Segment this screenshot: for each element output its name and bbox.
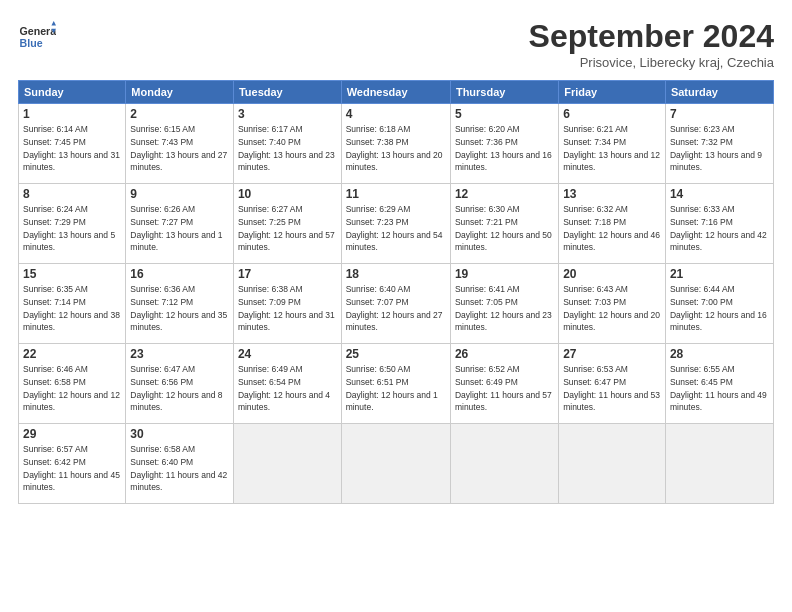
day-number: 18	[346, 267, 446, 281]
table-row: 17Sunrise: 6:38 AMSunset: 7:09 PMDayligh…	[233, 264, 341, 344]
table-row: 6Sunrise: 6:21 AMSunset: 7:34 PMDaylight…	[559, 104, 666, 184]
day-number: 29	[23, 427, 121, 441]
table-row: 25Sunrise: 6:50 AMSunset: 6:51 PMDayligh…	[341, 344, 450, 424]
day-number: 15	[23, 267, 121, 281]
day-number: 1	[23, 107, 121, 121]
day-number: 13	[563, 187, 661, 201]
day-info: Sunrise: 6:57 AMSunset: 6:42 PMDaylight:…	[23, 443, 121, 494]
table-row	[233, 424, 341, 504]
day-info: Sunrise: 6:46 AMSunset: 6:58 PMDaylight:…	[23, 363, 121, 414]
day-number: 4	[346, 107, 446, 121]
day-info: Sunrise: 6:55 AMSunset: 6:45 PMDaylight:…	[670, 363, 769, 414]
table-row	[559, 424, 666, 504]
day-info: Sunrise: 6:35 AMSunset: 7:14 PMDaylight:…	[23, 283, 121, 334]
table-row: 22Sunrise: 6:46 AMSunset: 6:58 PMDayligh…	[19, 344, 126, 424]
page-header: General Blue September 2024 Prisovice, L…	[18, 18, 774, 70]
day-info: Sunrise: 6:41 AMSunset: 7:05 PMDaylight:…	[455, 283, 554, 334]
day-number: 6	[563, 107, 661, 121]
table-row: 9Sunrise: 6:26 AMSunset: 7:27 PMDaylight…	[126, 184, 234, 264]
day-info: Sunrise: 6:58 AMSunset: 6:40 PMDaylight:…	[130, 443, 229, 494]
day-number: 2	[130, 107, 229, 121]
calendar-header-row: Sunday Monday Tuesday Wednesday Thursday…	[19, 81, 774, 104]
table-row: 27Sunrise: 6:53 AMSunset: 6:47 PMDayligh…	[559, 344, 666, 424]
col-friday: Friday	[559, 81, 666, 104]
table-row: 4Sunrise: 6:18 AMSunset: 7:38 PMDaylight…	[341, 104, 450, 184]
table-row: 12Sunrise: 6:30 AMSunset: 7:21 PMDayligh…	[450, 184, 558, 264]
table-row: 16Sunrise: 6:36 AMSunset: 7:12 PMDayligh…	[126, 264, 234, 344]
logo: General Blue	[18, 18, 56, 56]
day-info: Sunrise: 6:36 AMSunset: 7:12 PMDaylight:…	[130, 283, 229, 334]
table-row: 24Sunrise: 6:49 AMSunset: 6:54 PMDayligh…	[233, 344, 341, 424]
table-row: 1Sunrise: 6:14 AMSunset: 7:45 PMDaylight…	[19, 104, 126, 184]
table-row	[450, 424, 558, 504]
day-info: Sunrise: 6:50 AMSunset: 6:51 PMDaylight:…	[346, 363, 446, 414]
calendar-week-row: 15Sunrise: 6:35 AMSunset: 7:14 PMDayligh…	[19, 264, 774, 344]
table-row: 23Sunrise: 6:47 AMSunset: 6:56 PMDayligh…	[126, 344, 234, 424]
table-row: 20Sunrise: 6:43 AMSunset: 7:03 PMDayligh…	[559, 264, 666, 344]
day-info: Sunrise: 6:40 AMSunset: 7:07 PMDaylight:…	[346, 283, 446, 334]
day-info: Sunrise: 6:30 AMSunset: 7:21 PMDaylight:…	[455, 203, 554, 254]
day-info: Sunrise: 6:38 AMSunset: 7:09 PMDaylight:…	[238, 283, 337, 334]
day-number: 11	[346, 187, 446, 201]
day-info: Sunrise: 6:18 AMSunset: 7:38 PMDaylight:…	[346, 123, 446, 174]
day-number: 25	[346, 347, 446, 361]
col-wednesday: Wednesday	[341, 81, 450, 104]
table-row: 18Sunrise: 6:40 AMSunset: 7:07 PMDayligh…	[341, 264, 450, 344]
table-row: 10Sunrise: 6:27 AMSunset: 7:25 PMDayligh…	[233, 184, 341, 264]
day-number: 30	[130, 427, 229, 441]
day-number: 5	[455, 107, 554, 121]
svg-text:General: General	[20, 25, 56, 37]
day-info: Sunrise: 6:53 AMSunset: 6:47 PMDaylight:…	[563, 363, 661, 414]
day-info: Sunrise: 6:43 AMSunset: 7:03 PMDaylight:…	[563, 283, 661, 334]
day-number: 24	[238, 347, 337, 361]
table-row: 29Sunrise: 6:57 AMSunset: 6:42 PMDayligh…	[19, 424, 126, 504]
day-number: 20	[563, 267, 661, 281]
day-info: Sunrise: 6:23 AMSunset: 7:32 PMDaylight:…	[670, 123, 769, 174]
day-info: Sunrise: 6:21 AMSunset: 7:34 PMDaylight:…	[563, 123, 661, 174]
day-number: 10	[238, 187, 337, 201]
col-sunday: Sunday	[19, 81, 126, 104]
day-number: 26	[455, 347, 554, 361]
table-row: 7Sunrise: 6:23 AMSunset: 7:32 PMDaylight…	[665, 104, 773, 184]
table-row	[341, 424, 450, 504]
day-info: Sunrise: 6:14 AMSunset: 7:45 PMDaylight:…	[23, 123, 121, 174]
table-row: 21Sunrise: 6:44 AMSunset: 7:00 PMDayligh…	[665, 264, 773, 344]
calendar-week-row: 1Sunrise: 6:14 AMSunset: 7:45 PMDaylight…	[19, 104, 774, 184]
day-number: 12	[455, 187, 554, 201]
day-info: Sunrise: 6:15 AMSunset: 7:43 PMDaylight:…	[130, 123, 229, 174]
day-info: Sunrise: 6:27 AMSunset: 7:25 PMDaylight:…	[238, 203, 337, 254]
day-info: Sunrise: 6:24 AMSunset: 7:29 PMDaylight:…	[23, 203, 121, 254]
table-row: 26Sunrise: 6:52 AMSunset: 6:49 PMDayligh…	[450, 344, 558, 424]
day-info: Sunrise: 6:49 AMSunset: 6:54 PMDaylight:…	[238, 363, 337, 414]
month-title: September 2024	[529, 18, 774, 55]
svg-marker-2	[51, 21, 56, 26]
table-row: 19Sunrise: 6:41 AMSunset: 7:05 PMDayligh…	[450, 264, 558, 344]
day-number: 22	[23, 347, 121, 361]
logo-icon: General Blue	[18, 18, 56, 56]
col-saturday: Saturday	[665, 81, 773, 104]
title-block: September 2024 Prisovice, Liberecky kraj…	[529, 18, 774, 70]
day-info: Sunrise: 6:17 AMSunset: 7:40 PMDaylight:…	[238, 123, 337, 174]
table-row: 3Sunrise: 6:17 AMSunset: 7:40 PMDaylight…	[233, 104, 341, 184]
day-number: 9	[130, 187, 229, 201]
day-number: 21	[670, 267, 769, 281]
day-info: Sunrise: 6:52 AMSunset: 6:49 PMDaylight:…	[455, 363, 554, 414]
day-info: Sunrise: 6:44 AMSunset: 7:00 PMDaylight:…	[670, 283, 769, 334]
calendar-table: Sunday Monday Tuesday Wednesday Thursday…	[18, 80, 774, 504]
day-number: 8	[23, 187, 121, 201]
table-row	[665, 424, 773, 504]
col-monday: Monday	[126, 81, 234, 104]
day-info: Sunrise: 6:33 AMSunset: 7:16 PMDaylight:…	[670, 203, 769, 254]
table-row: 8Sunrise: 6:24 AMSunset: 7:29 PMDaylight…	[19, 184, 126, 264]
day-number: 3	[238, 107, 337, 121]
calendar-week-row: 29Sunrise: 6:57 AMSunset: 6:42 PMDayligh…	[19, 424, 774, 504]
table-row: 11Sunrise: 6:29 AMSunset: 7:23 PMDayligh…	[341, 184, 450, 264]
calendar-week-row: 22Sunrise: 6:46 AMSunset: 6:58 PMDayligh…	[19, 344, 774, 424]
table-row: 30Sunrise: 6:58 AMSunset: 6:40 PMDayligh…	[126, 424, 234, 504]
day-number: 27	[563, 347, 661, 361]
day-number: 19	[455, 267, 554, 281]
table-row: 2Sunrise: 6:15 AMSunset: 7:43 PMDaylight…	[126, 104, 234, 184]
svg-text:Blue: Blue	[20, 37, 43, 49]
table-row: 14Sunrise: 6:33 AMSunset: 7:16 PMDayligh…	[665, 184, 773, 264]
day-number: 7	[670, 107, 769, 121]
